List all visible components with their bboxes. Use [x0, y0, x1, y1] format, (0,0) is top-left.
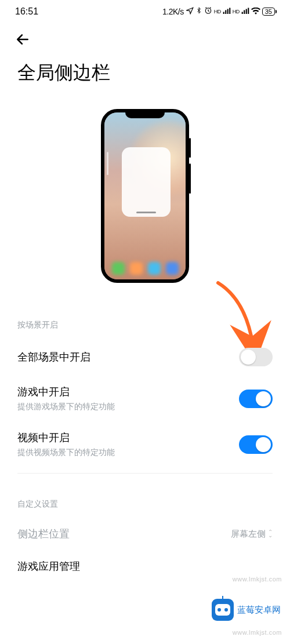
- setting-title: 游戏中开启: [17, 385, 115, 399]
- section-label-custom: 自定义设置: [0, 479, 290, 518]
- nav-icon: [186, 6, 194, 17]
- divider: [17, 473, 273, 474]
- signal-icon-2: [241, 6, 249, 17]
- nav-bar: [0, 23, 290, 56]
- alarm-icon: [204, 6, 212, 17]
- setting-game[interactable]: 游戏中开启 提供游戏场景下的特定功能: [0, 376, 290, 421]
- setting-sidebar-position[interactable]: 侧边栏位置 屏幕左侧 ⌃⌄: [0, 518, 290, 550]
- preview-illustration: [0, 97, 290, 300]
- wifi-icon: [251, 6, 260, 17]
- setting-title: 游戏应用管理: [17, 559, 80, 573]
- battery-icon: 35: [262, 8, 275, 16]
- signal-icon-1: [223, 6, 231, 17]
- setting-title: 侧边栏位置: [17, 527, 70, 541]
- source-badge-text: 蓝莓安卓网: [237, 605, 281, 616]
- section-label-scenes: 按场景开启: [0, 300, 290, 339]
- network-speed: 1.2K/s: [162, 7, 184, 16]
- watermark-url-2: www.lmkjst.com: [233, 629, 282, 636]
- android-icon: [212, 599, 234, 621]
- phone-mock: [101, 109, 189, 283]
- setting-title: 全部场景中开启: [17, 350, 90, 364]
- toggle-game[interactable]: [239, 390, 273, 408]
- toggle-all-scenes[interactable]: [239, 348, 273, 366]
- updown-icon: ⌃⌄: [268, 530, 273, 537]
- status-time: 16:51: [15, 6, 38, 17]
- hd-indicator-1: HD: [214, 9, 221, 14]
- setting-all-scenes[interactable]: 全部场景中开启: [0, 339, 290, 376]
- setting-title: 视频中开启: [17, 431, 115, 445]
- setting-sub: 提供视频场景下的特定功能: [17, 447, 115, 458]
- setting-sub: 提供游戏场景下的特定功能: [17, 402, 115, 412]
- page-title: 全局侧边栏: [17, 60, 273, 86]
- setting-value: 屏幕左侧 ⌃⌄: [231, 529, 273, 540]
- source-badge: 蓝莓安卓网: [212, 599, 281, 621]
- status-right: 1.2K/s HD HD 35: [162, 6, 275, 17]
- bluetooth-icon: [195, 6, 202, 17]
- title-row: 全局侧边栏: [0, 56, 290, 97]
- toggle-video[interactable]: [239, 435, 273, 454]
- status-bar: 16:51 1.2K/s HD HD 35: [0, 0, 290, 23]
- hd-indicator-2: HD: [233, 9, 240, 14]
- watermark-url: www.lmkjst.com: [233, 576, 282, 583]
- setting-video[interactable]: 视频中开启 提供视频场景下的特定功能: [0, 421, 290, 467]
- back-icon[interactable]: [15, 32, 30, 47]
